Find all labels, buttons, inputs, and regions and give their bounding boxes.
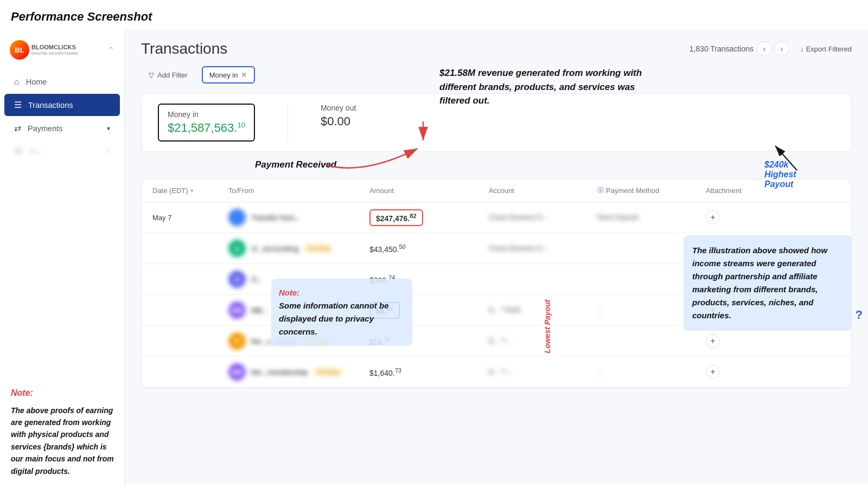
col-attachment: Attachment xyxy=(706,187,749,195)
money-in-section: Money in $21,587,563.10 xyxy=(158,104,255,142)
row-amount-1: $43,450.50 xyxy=(369,243,489,254)
content-header: Transactions 1,830 Transactions ‹ › ↓ Ex… xyxy=(141,40,852,57)
sidebar: BL BLOOMCLICKS DIGITAL ADVERTISING ⌃ ⌂ H… xyxy=(0,29,125,485)
center-note: Note: Some information cannot be display… xyxy=(271,279,412,346)
help-icon[interactable]: ? xyxy=(856,308,863,322)
add-attachment-btn-4[interactable]: + xyxy=(706,334,720,348)
row-date-0: May 7 xyxy=(152,214,228,222)
sidebar-item-label-payments: Payments xyxy=(28,124,62,133)
row-account-1: Chase Business D... xyxy=(489,245,597,252)
row-attachment-0: + xyxy=(706,210,749,224)
avatar-4: P xyxy=(228,332,246,350)
transaction-count: 1,830 Transactions ‹ › xyxy=(690,41,789,56)
sidebar-item-label-home: Home xyxy=(26,78,47,86)
logo-initials: BL xyxy=(15,46,24,54)
col-date: Date (EDT) ▾ xyxy=(152,187,228,195)
col-tofrom: To/From xyxy=(228,187,369,195)
sidebar-item-label-accounts: Ac... xyxy=(29,147,45,156)
sidebar-item-accounts[interactable]: 🏛 Ac... ▾ xyxy=(4,140,120,162)
avatar-0 xyxy=(228,209,246,226)
left-note: Note: The above proofs of earning are ge… xyxy=(0,375,125,488)
add-filter-button[interactable]: ▽ Add Filter xyxy=(141,67,195,83)
sidebar-item-home[interactable]: ⌂ Home xyxy=(4,71,120,93)
highest-payout-label: $240k Highest Payout xyxy=(764,160,813,189)
row-amount-0: $247,476.82 xyxy=(369,209,489,226)
table-row: May 7 Transfer from... $247,476.82 Chase… xyxy=(142,202,851,233)
row-amount-5: $1,640.73 xyxy=(369,367,489,377)
add-attachment-btn-0[interactable]: + xyxy=(706,210,720,224)
filter-chip-money-in[interactable]: Money in ✕ xyxy=(202,66,256,84)
col-amount: Amount xyxy=(369,187,489,195)
sidebar-item-label-transactions: Transactions xyxy=(28,101,73,110)
row-payment-5: ... xyxy=(597,368,706,376)
money-out-amount: $0.00 xyxy=(321,114,356,129)
left-note-title: Note: xyxy=(11,386,114,400)
table-header: Date (EDT) ▾ To/From Amount Account ⓢ Pa… xyxy=(142,179,851,202)
content-area: $21.58M revenue generated from working w… xyxy=(125,29,868,485)
money-out-label: Money out xyxy=(321,104,356,112)
money-divider xyxy=(288,104,288,142)
sidebar-item-transactions[interactable]: ☰ Transactions xyxy=(4,94,120,116)
avatar-1: Jr xyxy=(228,240,246,257)
row-tofrom-0: Transfer from... xyxy=(228,209,369,226)
payments-chevron-icon: ▾ xyxy=(107,125,110,132)
revenue-annotation: $21.58M revenue generated from working w… xyxy=(439,66,667,108)
row-payment-0: Direct Deposit xyxy=(597,214,706,221)
row-tofrom-5: MB the...membership Pending xyxy=(228,363,369,381)
row-account-5: D... **... xyxy=(489,368,597,376)
transactions-title: Transactions xyxy=(141,40,227,57)
avatar-2: O xyxy=(228,271,246,288)
accounts-chevron-icon: ▾ xyxy=(107,147,110,155)
row-attachment-5: + xyxy=(706,365,749,379)
col-payment-method: ⓢ Payment Method xyxy=(597,186,706,195)
header-right: 1,830 Transactions ‹ › ↓ Export Filtered xyxy=(690,41,852,56)
sort-icon[interactable]: ▾ xyxy=(190,187,194,194)
page-title: Performance Screenshot xyxy=(0,0,868,29)
sidebar-collapse-icon[interactable]: ⌃ xyxy=(108,46,114,54)
payments-icon: ⇄ xyxy=(14,123,21,133)
filter-icon: ▽ xyxy=(149,71,154,79)
table-row: MB the...membership Pending $1,640.73 D.… xyxy=(142,357,851,388)
logo-name: BLOOMCLICKS xyxy=(31,44,78,51)
lowest-payout-label: Lowest Payout xyxy=(543,300,552,354)
logo-icon: BL xyxy=(10,40,29,60)
row-attachment-4: + xyxy=(706,334,749,348)
transactions-icon: ☰ xyxy=(14,100,22,110)
row-account-0: Chase Business D... xyxy=(489,214,597,221)
center-note-body: Some information cannot be displayed due… xyxy=(279,299,405,338)
add-attachment-btn-5[interactable]: + xyxy=(706,365,720,379)
pending-badge-5: Pending xyxy=(313,368,342,376)
col-account: Account xyxy=(489,187,597,195)
accounts-icon: 🏛 xyxy=(14,146,23,156)
filter-chip-remove-icon[interactable]: ✕ xyxy=(241,70,247,79)
avatar-3: MB xyxy=(228,301,246,319)
filter-chip-label: Money in xyxy=(209,71,238,79)
download-icon: ↓ xyxy=(800,45,804,53)
right-annotation: The illustration above showed how income… xyxy=(684,235,852,331)
money-in-label: Money in xyxy=(168,110,245,119)
export-button[interactable]: ↓ Export Filtered xyxy=(800,45,852,53)
pending-badge-1: Pending xyxy=(304,244,333,253)
left-note-body: The above proofs of earning are generate… xyxy=(11,404,114,477)
prev-page-button[interactable]: ‹ xyxy=(757,41,772,56)
avatar-5: MB xyxy=(228,363,246,381)
payment-received-label: Payment Received xyxy=(255,159,336,170)
row-tofrom-1: Jr Jr...accounting Pending xyxy=(228,240,369,257)
money-out-section: Money out $0.00 xyxy=(321,104,356,129)
next-page-button[interactable]: › xyxy=(774,41,789,56)
logo: BL BLOOMCLICKS DIGITAL ADVERTISING xyxy=(10,40,78,60)
home-icon: ⌂ xyxy=(14,77,20,87)
money-in-amount: $21,587,563.10 xyxy=(168,121,245,135)
logo-sub: DIGITAL ADVERTISING xyxy=(31,51,78,56)
center-note-title: Note: xyxy=(279,286,405,299)
sidebar-item-payments[interactable]: ⇄ Payments ▾ xyxy=(4,117,120,139)
